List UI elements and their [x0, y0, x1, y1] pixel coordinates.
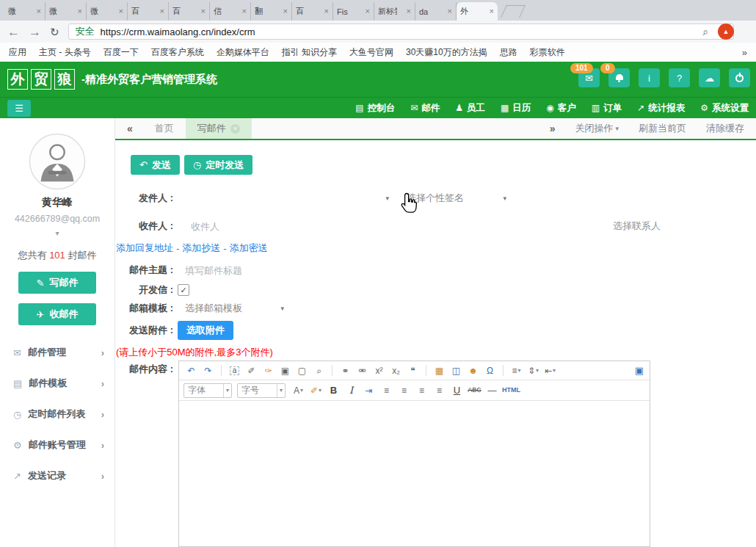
compose[interactable]: ✎ 写邮件	[18, 272, 96, 294]
from-select[interactable]: ▾	[178, 195, 389, 202]
browser-tab[interactable]: 信 ×	[210, 2, 251, 21]
emoji[interactable]: ☻	[465, 363, 481, 378]
insert-image[interactable]: ▦	[432, 363, 447, 378]
justify[interactable]: ≡	[432, 383, 447, 398]
bookmark-item[interactable]: 思路	[500, 46, 517, 59]
nav-menu-item[interactable]: ▦ 日历	[501, 102, 531, 115]
editor-toolbar-button[interactable]	[426, 365, 426, 376]
image-align[interactable]: ◫	[448, 363, 464, 378]
back-icon[interactable]: ←	[7, 26, 20, 38]
messages[interactable]: 101 ✉	[578, 68, 600, 87]
paste-from-word[interactable]: ▣	[277, 363, 293, 378]
forward-icon[interactable]: →	[29, 26, 41, 38]
special-char[interactable]: Ω	[482, 363, 498, 378]
to-input[interactable]	[189, 220, 412, 233]
nav-menu-item[interactable]: ♟ 员工	[455, 102, 485, 115]
nav-menu-item[interactable]: ▥ 订单	[592, 102, 622, 115]
zoom-out-icon[interactable]: ⌕	[703, 26, 709, 38]
tab-close-icon[interactable]: ×	[37, 7, 41, 15]
bookmark-item[interactable]: 百度客户系统	[151, 46, 204, 59]
tab-close-icon[interactable]: ×	[160, 7, 164, 15]
format-brush[interactable]: ✑	[261, 363, 276, 378]
page-tab[interactable]: 写邮件 ×	[186, 118, 252, 139]
tab-close-icon[interactable]: ×	[490, 7, 494, 15]
menu-toggle-button[interactable]: ☰	[7, 100, 31, 117]
bold[interactable]: B	[326, 383, 341, 398]
browser-update-icon[interactable]: ▲	[718, 23, 734, 40]
tab-close-icon[interactable]: ×	[283, 7, 288, 15]
nav-menu-item[interactable]: ⚙ 系统设置	[700, 102, 749, 115]
template-select[interactable]: 选择邮箱模板 ▾	[185, 302, 284, 315]
reload-icon[interactable]: ↻	[50, 26, 59, 37]
paste-plain[interactable]: ▢	[294, 363, 310, 378]
avatar[interactable]	[29, 133, 86, 190]
remove-format[interactable]: a	[227, 363, 242, 378]
editor-toolbar-button[interactable]	[503, 365, 504, 376]
browser-tab[interactable]: 新标签 ×	[374, 2, 415, 21]
browser-tab[interactable]: 外 ×	[457, 2, 498, 21]
tab-close-icon[interactable]: ×	[119, 7, 123, 15]
font-color[interactable]: A ▾	[291, 383, 306, 398]
browser-tab[interactable]: 微 ×	[4, 2, 46, 21]
search-replace[interactable]: ⌕	[311, 363, 327, 378]
send-button[interactable]: ↶ 发送	[131, 155, 180, 175]
url-text[interactable]: https://crm.waimaolang.cn/index/crm	[101, 26, 255, 37]
nav-menu-item[interactable]: ◉ 客户	[546, 102, 575, 115]
font-family-select[interactable]: 字体 ▾	[183, 383, 232, 398]
bookmark-item[interactable]: 大鱼号官网	[349, 46, 393, 59]
browser-tab[interactable]: 微 ×	[46, 2, 87, 21]
address-bar[interactable]: 安全 https://crm.waimaolang.cn/index/crm ⌕…	[68, 23, 734, 40]
superscript[interactable]: x²	[371, 363, 387, 378]
background-color[interactable]: ✐ ▾	[308, 383, 324, 398]
notifications[interactable]: 0	[608, 68, 630, 87]
subscript[interactable]: x₂	[388, 363, 404, 378]
align-right[interactable]: ≡	[396, 383, 412, 398]
page-tab-close-icon[interactable]: ×	[230, 124, 240, 134]
bookmark-item[interactable]: 30天赚10万的方法揭	[406, 46, 487, 59]
undo[interactable]: ↶	[183, 363, 199, 378]
select-contacts-link[interactable]: 选择联系人	[613, 220, 661, 233]
editor-toolbar-button[interactable]	[332, 365, 332, 376]
tab-close-icon[interactable]: ×	[324, 7, 329, 15]
browser-tab[interactable]: 百 ×	[128, 2, 169, 21]
select-attachment-button[interactable]: 选取附件	[178, 321, 233, 340]
align-left[interactable]: ≡	[379, 383, 394, 398]
bookmark-item[interactable]: 应用	[9, 46, 26, 59]
strikethrough[interactable]: ABC	[467, 383, 482, 398]
add-bcc-link[interactable]: 添加密送	[230, 242, 268, 255]
tabstrip-action[interactable]: 清除缓存	[706, 122, 744, 135]
nav-menu-item[interactable]: ✉ 邮件	[410, 102, 440, 115]
redo[interactable]: ↷	[200, 363, 216, 378]
help[interactable]: ?	[669, 68, 690, 87]
fullscreen-icon[interactable]: ▣	[635, 365, 644, 376]
align-center[interactable]: ≡	[414, 383, 429, 398]
browser-tab[interactable]: 百 ×	[169, 2, 210, 21]
tab-close-icon[interactable]: ×	[78, 7, 82, 15]
info[interactable]: i	[639, 68, 660, 87]
subject-input[interactable]	[183, 264, 407, 277]
sidebar-menu-item[interactable]: ⚙ 邮件账号管理 ›	[0, 430, 115, 460]
browser-tab[interactable]: Fis ×	[333, 2, 374, 21]
add-cc-link[interactable]: 添加抄送	[182, 242, 220, 255]
font-size-select[interactable]: 字号 ▾	[237, 383, 286, 398]
bookmark-item[interactable]: 企鹅媒体平台	[217, 46, 269, 59]
add-reply-address-link[interactable]: 添加回复地址	[116, 242, 173, 255]
sidebar-menu-item[interactable]: ↗ 发送记录 ›	[0, 460, 115, 491]
html-source[interactable]: HTML	[502, 383, 520, 398]
tabstrip-action[interactable]: 刷新当前页	[639, 122, 686, 135]
bookmark-item[interactable]: 主页 - 头条号	[39, 46, 91, 59]
nav-menu-item[interactable]: ▤ 控制台	[355, 102, 395, 115]
scheduled-send-button[interactable]: ◷ 定时发送	[184, 155, 252, 175]
downloads[interactable]: ☁	[699, 68, 720, 87]
dev-letter-checkbox[interactable]: ✓	[178, 284, 189, 296]
browser-tab[interactable]: da ×	[415, 2, 457, 21]
tabstrip-action[interactable]: 关闭操作 ▾	[575, 122, 619, 135]
sidebar-menu-item[interactable]: ✉ 邮件管理 ›	[0, 337, 115, 368]
bookmark-item[interactable]: 百度一下	[103, 46, 139, 59]
eraser[interactable]: ✐	[244, 363, 259, 378]
account-caret-icon[interactable]: ▾	[0, 229, 115, 237]
blockquote[interactable]: ❝	[405, 363, 421, 378]
browser-tab[interactable]: 百 ×	[292, 2, 333, 21]
tab-close-icon[interactable]: ×	[448, 7, 452, 15]
line-height[interactable]: ⇕ ▾	[526, 363, 541, 378]
